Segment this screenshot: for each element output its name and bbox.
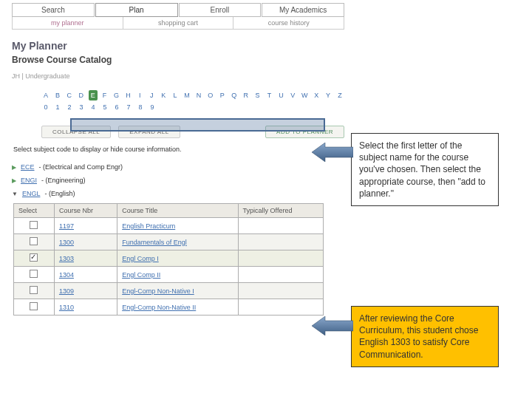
alpha-7[interactable]: 7 <box>124 102 133 112</box>
subject-link[interactable]: ECE <box>21 163 35 171</box>
subtab-planner[interactable]: my planner <box>13 17 123 29</box>
course-title-link[interactable]: English Practicum <box>122 222 175 230</box>
alpha-N[interactable]: N <box>194 90 203 100</box>
course-number-link[interactable]: 1309 <box>59 287 74 295</box>
alpha-U[interactable]: U <box>276 90 285 100</box>
course-title-link[interactable]: Engl Comp II <box>122 271 160 279</box>
alpha-V[interactable]: V <box>288 90 297 100</box>
typically-offered <box>238 218 323 234</box>
alpha-A[interactable]: A <box>41 90 50 100</box>
alpha-E[interactable]: E <box>89 90 98 100</box>
course-number-link[interactable]: 1300 <box>59 239 74 246</box>
course-number-link[interactable]: 1310 <box>59 304 74 311</box>
page-title: My Planner <box>12 40 344 52</box>
subject-name: - (Electrical and Comp Engr) <box>39 163 123 171</box>
alpha-Y[interactable]: Y <box>324 90 332 100</box>
table-row: 1309Engl-Comp Non-Native I <box>14 283 324 299</box>
svg-marker-1 <box>312 316 353 335</box>
tab-enroll[interactable]: Enroll <box>179 3 262 17</box>
breadcrumb: JH | Undergraduate <box>12 72 344 80</box>
course-number-link[interactable]: 1197 <box>59 222 74 230</box>
select-checkbox[interactable] <box>30 253 38 262</box>
svg-marker-0 <box>312 143 353 162</box>
alpha-S[interactable]: S <box>253 90 262 100</box>
alpha-B[interactable]: B <box>53 90 62 100</box>
subject-row[interactable]: ▼ENGL - (English) <box>12 190 344 197</box>
alpha-I[interactable]: I <box>135 90 144 100</box>
arrow-icon <box>312 143 353 162</box>
subject-link[interactable]: ENGI <box>21 177 37 184</box>
subtab-cart[interactable]: shopping cart <box>123 17 234 29</box>
alpha-M[interactable]: M <box>183 90 191 100</box>
alpha-F[interactable]: F <box>100 90 109 100</box>
subtab-history[interactable]: course history <box>233 17 344 29</box>
instruction-callout-2: After reviewing the Core Curriculum, thi… <box>351 306 499 367</box>
tab-academics[interactable]: My Academics <box>262 3 344 17</box>
alpha-0[interactable]: 0 <box>41 102 50 112</box>
alpha-H[interactable]: H <box>123 90 132 100</box>
triangle-right-icon: ▶ <box>12 177 16 184</box>
alpha-C[interactable]: C <box>65 90 74 100</box>
typically-offered <box>238 299 323 316</box>
sub-tabs: my planner shopping cart course history <box>12 17 344 30</box>
alpha-D[interactable]: D <box>77 90 86 100</box>
course-title-link[interactable]: Engl-Comp Non-Native II <box>122 304 196 311</box>
tab-search[interactable]: Search <box>12 3 95 17</box>
typically-offered <box>238 283 323 299</box>
alpha-4[interactable]: 4 <box>89 102 98 112</box>
page-subtitle: Browse Course Catalog <box>12 55 344 65</box>
table-row: 1197English Practicum <box>14 218 324 234</box>
alpha-P[interactable]: P <box>218 90 227 100</box>
select-checkbox[interactable] <box>30 270 38 278</box>
alpha-9[interactable]: 9 <box>148 102 157 112</box>
triangle-down-icon: ▼ <box>12 191 18 197</box>
table-row: 1300Fundamentals of Engl <box>14 234 324 250</box>
alpha-5[interactable]: 5 <box>100 102 109 112</box>
helper-text: Select subject code to display or hide c… <box>13 146 344 153</box>
course-number-link[interactable]: 1303 <box>59 255 74 262</box>
course-table: SelectCourse NbrCourse TitleTypically Of… <box>13 203 324 316</box>
subject-name: - (English) <box>44 190 75 197</box>
table-header: Course Title <box>117 204 238 218</box>
alpha-3[interactable]: 3 <box>77 102 86 112</box>
alpha-G[interactable]: G <box>112 90 121 100</box>
alpha-R[interactable]: R <box>242 90 250 100</box>
alpha-Z[interactable]: Z <box>335 90 344 100</box>
alpha-O[interactable]: O <box>206 90 215 100</box>
table-row: 1304Engl Comp II <box>14 267 324 283</box>
alpha-W[interactable]: W <box>300 90 309 100</box>
table-header: Course Nbr <box>54 204 117 218</box>
typically-offered <box>238 250 323 267</box>
alpha-2[interactable]: 2 <box>65 102 74 112</box>
course-title-link[interactable]: Fundamentals of Engl <box>122 239 187 246</box>
course-title-link[interactable]: Engl-Comp Non-Native I <box>122 287 194 295</box>
table-row: 1303Engl Comp I <box>14 250 324 267</box>
select-checkbox[interactable] <box>30 286 38 294</box>
alpha-J[interactable]: J <box>147 90 156 100</box>
typically-offered <box>238 234 323 250</box>
tab-plan[interactable]: Plan <box>95 3 178 17</box>
alpha-6[interactable]: 6 <box>112 102 121 112</box>
triangle-right-icon: ▶ <box>12 164 16 171</box>
course-number-link[interactable]: 1304 <box>59 271 74 279</box>
alpha-Q[interactable]: Q <box>230 90 239 100</box>
alpha-L[interactable]: L <box>171 90 180 100</box>
select-checkbox[interactable] <box>30 237 38 245</box>
highlight-bar <box>70 118 325 132</box>
typically-offered <box>238 267 323 283</box>
alpha-T[interactable]: T <box>265 90 274 100</box>
instruction-callout-1: Select the first letter of the subject n… <box>351 133 499 206</box>
alpha-X[interactable]: X <box>312 90 321 100</box>
arrow-icon <box>312 316 353 335</box>
alpha-K[interactable]: K <box>159 90 168 100</box>
subject-row[interactable]: ▶ENGI - (Engineering) <box>12 177 344 184</box>
alpha-8[interactable]: 8 <box>136 102 145 112</box>
subject-row[interactable]: ▶ECE - (Electrical and Comp Engr) <box>12 163 344 171</box>
table-header: Typically Offered <box>238 204 323 218</box>
main-tabs: Search Plan Enroll My Academics <box>12 3 344 17</box>
subject-link[interactable]: ENGL <box>22 190 41 197</box>
course-title-link[interactable]: Engl Comp I <box>122 255 159 262</box>
alpha-1[interactable]: 1 <box>53 102 62 112</box>
select-checkbox[interactable] <box>30 221 38 229</box>
select-checkbox[interactable] <box>30 302 38 310</box>
